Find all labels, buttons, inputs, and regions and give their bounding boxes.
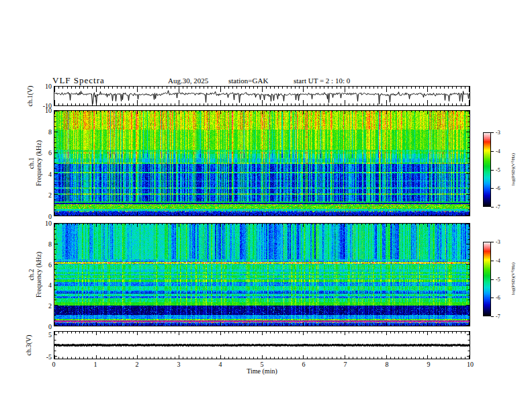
vlf-spectra-figure: VLF Spectra Aug.30, 2025 station=GAK sta… [0,0,532,411]
colorbar-1-tickmark [491,188,494,189]
colorbar-2-tick-label: -7 [496,314,500,320]
ch1-spectrogram-panel [54,110,470,216]
ch1-spec-ytick-label: 4 [48,170,52,177]
time-tick-label: 0 [52,361,56,368]
time-tick-label: 3 [177,361,181,368]
time-tick-label: 5 [261,361,264,368]
ch1-spectrogram-canvas [54,111,470,216]
colorbar-2-tick-label: -5 [496,276,500,282]
ch1-spec-ytick-label: 2 [48,191,52,199]
ch1-spec-ytick-label: 6 [48,149,52,156]
colorbar-1-tickmark [491,151,494,152]
colorbar-1-tickmark [491,132,494,133]
ch1-wave-ytick-label: 10 [45,83,52,90]
colorbar-1-tickmark [491,170,494,171]
colorbar-2-tick-label: -6 [496,295,500,301]
figure-title: VLF Spectra [52,75,105,86]
ch1-spec-label-line2: Frequency (kHz) [35,140,42,186]
ch2-spec-ytick-label: 8 [48,240,52,247]
time-tick-label: 1 [94,361,97,368]
station-label: station=GAK [228,77,268,85]
ch2-spec-label-line1: ch.2 [28,252,35,298]
colorbar-1-gradient [484,133,490,206]
ch2-spec-ytick-label: 2 [48,302,52,310]
start-ut-label: start UT = 2 : 10: 0 [294,77,350,85]
ch3-waveform-canvas [54,332,470,359]
colorbar-2 [483,242,491,316]
ch1-voltage-axis-label: ch.1(V) [26,86,34,107]
colorbar-2-gradient [484,242,490,316]
ch3-waveform-panel [54,331,470,359]
colorbar-1-tick-label: -3 [496,130,500,136]
colorbar-2-tick-label: -3 [496,239,500,245]
time-tick-label: 8 [386,361,389,368]
ch2-spec-ytick-label: 4 [48,281,52,289]
colorbar-1-tick-label: -6 [496,185,500,191]
figure-date: Aug.30, 2025 [168,77,208,85]
ch1-spec-ytick-label: 10 [45,107,52,114]
ch2-frequency-axis-label: ch.2 Frequency (kHz) [28,252,42,298]
ch2-spec-label-line2: Frequency (kHz) [35,252,42,298]
ch3-wave-ytick-label: 5 [48,330,52,338]
colorbar-2-tickmark [491,316,494,317]
time-tick-label: 10 [467,361,474,368]
ch2-spectrogram-panel [54,223,470,326]
ch2-spectrogram-canvas [54,224,470,326]
ch1-spec-label-line1: ch.1 [28,140,35,186]
colorbar-1-tickmark [491,207,494,208]
colorbar-1-tick-label: -7 [496,204,500,210]
colorbar-2-tickmark [491,261,494,261]
ch2-spec-ytick-label: 10 [45,220,52,227]
colorbar-1-tick-label: -4 [496,148,500,154]
colorbar-1-unit-label: log(PSD)(V²/Hz) [511,153,516,185]
ch3-voltage-axis-label: ch.3(V) [25,335,32,356]
ch3-wave-ytick-label: -5 [46,353,52,360]
colorbar-2-tickmark [491,279,494,280]
ch1-waveform-canvas [54,87,470,105]
time-tick-label: 9 [427,361,431,368]
colorbar-2-tickmark [491,242,494,242]
colorbar-1 [483,132,491,207]
ch2-spec-ytick-label: 6 [48,261,52,268]
time-tick-label: 6 [302,361,306,368]
ch1-frequency-axis-label: ch.1 Frequency (kHz) [28,140,42,186]
ch1-spec-ytick-label: 8 [48,128,52,135]
time-tick-label: 4 [219,361,222,368]
colorbar-2-unit-label: log(PSD)(V²/Hz) [511,263,516,295]
ch1-waveform-panel [54,86,470,106]
time-axis-title: Time (min) [247,367,277,375]
colorbar-2-tickmark [491,298,494,298]
colorbar-1-tick-label: -5 [496,167,500,173]
time-tick-label: 2 [136,361,139,368]
ch2-spec-ytick-label: 0 [48,323,52,330]
time-tick-label: 7 [344,361,347,368]
colorbar-2-tick-label: -4 [496,257,500,263]
